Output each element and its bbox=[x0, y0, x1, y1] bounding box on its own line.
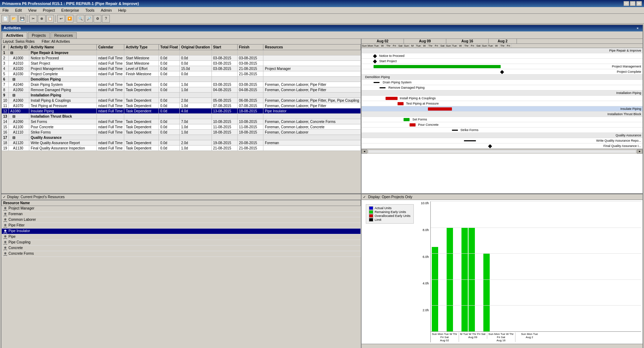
cell-num: 6 bbox=[2, 77, 9, 82]
gantt-day-thr4: Thr bbox=[500, 44, 506, 48]
gantt-label-a1120: Write Quality Assurance Repo... bbox=[596, 139, 641, 142]
tab-activities[interactable]: Activities bbox=[2, 32, 27, 39]
tab-resources[interactable]: Resources bbox=[50, 32, 77, 39]
cell-type: Task Dependent bbox=[124, 130, 159, 135]
table-row[interactable]: 18 A1120 Write Quality Assurance Report … bbox=[2, 140, 361, 146]
resource-row[interactable]: Foreman bbox=[2, 212, 361, 217]
menu-file[interactable]: File bbox=[1, 8, 10, 13]
cell-finish: 07-08-2015 bbox=[237, 103, 263, 108]
table-row[interactable]: 13 ⊟ Installation Thrust Block bbox=[2, 114, 361, 119]
toolbar-paste[interactable]: 📋 bbox=[46, 15, 54, 23]
menu-admin[interactable]: Admin bbox=[100, 8, 113, 13]
gantt-row-18: Write Quality Assurance Repo... bbox=[362, 138, 643, 143]
table-row[interactable]: 9 ⊟ Installation Piping bbox=[2, 93, 361, 98]
cell-dur: 1.0d bbox=[179, 146, 211, 151]
cell-dur: 15.0d bbox=[179, 66, 211, 71]
gantt-bar-a1100 bbox=[410, 123, 416, 126]
table-row[interactable]: 14 A1090 Set Forms ndard Full Time Task … bbox=[2, 119, 361, 124]
tab-projects[interactable]: Projects bbox=[28, 32, 50, 39]
resource-row[interactable]: Pipe Coupling bbox=[2, 240, 361, 246]
gantt-hscrollbar[interactable]: ◄ ► bbox=[362, 149, 643, 154]
table-row[interactable]: 7 A1040 Drain Piping System ndard Full T… bbox=[2, 82, 361, 87]
cell-res bbox=[263, 93, 361, 98]
close-window-button[interactable]: × bbox=[636, 1, 642, 6]
resource-row[interactable]: Common Laborer bbox=[2, 217, 361, 223]
toolbar-open[interactable]: 📂 bbox=[10, 15, 18, 23]
toolbar-filter[interactable]: 🔽 bbox=[66, 15, 73, 23]
table-row[interactable]: 6 ⊟ Demolition Piping bbox=[2, 77, 361, 82]
gantt-scroll-left[interactable]: ◄ bbox=[362, 149, 367, 154]
table-row[interactable]: 3 A1010 Start Project ndard Full Time St… bbox=[2, 61, 361, 66]
resource-row[interactable]: Project Manager bbox=[2, 206, 361, 212]
minimize-button[interactable]: − bbox=[624, 1, 629, 6]
cell-dur: 2.0d bbox=[179, 140, 211, 146]
gantt-header: Aug 02 Aug 09 Aug 16 Aug 2 Sun Mon Tue W… bbox=[362, 39, 643, 48]
table-row[interactable]: 10 A1060 Install Piping & Couplings ndar… bbox=[2, 98, 361, 103]
cell-start: 11-08-2015 bbox=[211, 124, 237, 130]
toolbar-zoom-in[interactable]: 🔍 bbox=[77, 15, 84, 23]
toolbar-save[interactable]: 💾 bbox=[18, 15, 26, 23]
toolbar-copy[interactable]: ⊕ bbox=[38, 15, 46, 23]
cell-type: Finish Milestone bbox=[124, 71, 159, 77]
table-row[interactable]: 4 A1020 Project Management ndard Full Ti… bbox=[2, 66, 361, 71]
table-scroll-area[interactable]: # Activity ID Activity Name Calendar Act… bbox=[1, 44, 361, 193]
table-row[interactable]: 2 A1000 Notice to Proceed ndard Full Tim… bbox=[2, 55, 361, 61]
toolbar-new[interactable]: 📄 bbox=[1, 15, 9, 23]
toolbar-help[interactable]: ? bbox=[102, 15, 110, 23]
panel-close-button[interactable]: × bbox=[635, 26, 640, 31]
table-row[interactable]: 17 ⊟ Quality Assurance bbox=[2, 135, 361, 140]
table-row[interactable]: 16 A1110 Strike Forms ndard Full Time Ta… bbox=[2, 130, 361, 135]
cell-num: 12 bbox=[2, 108, 9, 114]
cell-finish: 21-08-2015 bbox=[237, 146, 263, 151]
toolbar-cut[interactable]: ✂ bbox=[29, 15, 37, 23]
menu-tools[interactable]: Tools bbox=[84, 8, 96, 13]
cell-res bbox=[263, 55, 361, 61]
menu-bar: File Edit View Project Enterprise Tools … bbox=[0, 7, 644, 14]
bar-4-remaining bbox=[483, 253, 490, 331]
resource-row[interactable]: Pipe Fitter bbox=[2, 223, 361, 229]
table-row[interactable]: 5 A1030 Project Complete ndard Full Time… bbox=[2, 71, 361, 77]
col-header-name: Activity Name bbox=[29, 45, 97, 50]
gantt-day-thr2: Thr bbox=[428, 44, 434, 48]
resource-row[interactable]: Pipe bbox=[2, 234, 361, 240]
maximize-button[interactable]: □ bbox=[630, 1, 636, 6]
table-row[interactable]: 12 A1080 Insulate Piping ndard Full Time… bbox=[2, 108, 361, 114]
gantt-label-a1040: Drain Piping System bbox=[383, 81, 412, 84]
gantt-scrollbar-track[interactable] bbox=[368, 150, 636, 153]
table-row[interactable]: 11 A1070 Test Piping at Pressure ndard F… bbox=[2, 103, 361, 108]
gantt-row-12: Insulate Piping bbox=[362, 106, 643, 112]
resource-row[interactable]: Concrete bbox=[2, 246, 361, 251]
toolbar-schedule[interactable]: ⚙ bbox=[94, 15, 101, 23]
gantt-scroll-right[interactable]: ► bbox=[637, 149, 643, 154]
cell-dur: 4.0d bbox=[179, 108, 211, 114]
resource-row[interactable]: Pipe Insulator bbox=[2, 229, 361, 234]
cell-float: 0.0d bbox=[159, 87, 180, 93]
menu-edit[interactable]: Edit bbox=[14, 8, 23, 13]
menu-view[interactable]: View bbox=[27, 8, 38, 13]
cell-cal: ndard Full Time bbox=[97, 130, 124, 135]
y-label-10: 10.0h bbox=[421, 201, 429, 205]
table-row[interactable]: 15 A1100 Pour Concrete ndard Full Time T… bbox=[2, 124, 361, 130]
menu-help[interactable]: Help bbox=[117, 8, 127, 13]
cell-id: ⊟ bbox=[9, 135, 29, 140]
cell-name: Start Project bbox=[29, 61, 97, 66]
menu-project[interactable]: Project bbox=[42, 8, 56, 13]
resource-row[interactable]: Concrete Forms bbox=[2, 251, 361, 257]
cell-num: 8 bbox=[2, 87, 9, 93]
cell-num: 3 bbox=[2, 61, 9, 66]
col-header-res: Resources bbox=[263, 45, 361, 50]
table-row[interactable]: 19 A1130 Final Quality Assurance Inspect… bbox=[2, 146, 361, 151]
cell-dur: 7.0d bbox=[179, 119, 211, 124]
toolbar-zoom-out[interactable]: 🔎 bbox=[85, 15, 93, 23]
table-row[interactable]: 1 ⊟ Pipe Repair & Improve bbox=[2, 50, 361, 55]
cell-res: Foreman, Common Laborer, Pipe Fitter bbox=[263, 103, 361, 108]
gantt-bar-a1020 bbox=[374, 65, 501, 68]
toolbar-undo[interactable]: ↩ bbox=[57, 15, 65, 23]
x-label-aug09: M Tue W Thr Fri Sat Aug 09 bbox=[459, 332, 487, 339]
chart-scrollbar[interactable] bbox=[362, 344, 643, 348]
layout-label: Layout: Swiss Rides bbox=[3, 40, 35, 43]
cell-name: Demolition Piping bbox=[29, 77, 97, 82]
menu-enterprise[interactable]: Enterprise bbox=[60, 8, 80, 13]
col-header-cal: Calendar bbox=[97, 45, 124, 50]
table-row[interactable]: 8 A1050 Remove Damaged Piping ndard Full… bbox=[2, 87, 361, 93]
